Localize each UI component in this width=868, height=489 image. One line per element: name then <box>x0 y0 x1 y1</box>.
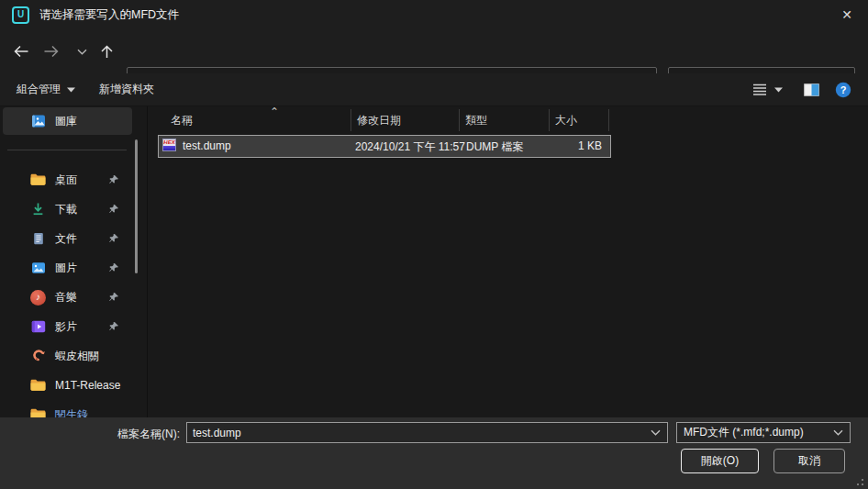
sidebar-item-label: 圖庫 <box>55 114 77 129</box>
column-label: 修改日期 <box>357 113 401 128</box>
column-header-size[interactable]: 大小 <box>555 108 577 132</box>
column-divider[interactable] <box>549 109 550 131</box>
resize-grip[interactable] <box>854 476 863 485</box>
sidebar-item-videos[interactable]: 影片 <box>3 314 132 339</box>
sidebar-item-label: 閱生錄 <box>55 407 88 418</box>
sidebar-item-music[interactable]: ♪ 音樂 <box>3 284 132 310</box>
music-note-glyph: ♪ <box>36 293 40 302</box>
forward-icon <box>44 45 60 58</box>
column-label: 類型 <box>465 113 487 128</box>
filename-input[interactable] <box>187 427 651 439</box>
sidebar-scrollbar[interactable] <box>135 139 138 273</box>
organize-label: 組合管理 <box>17 82 61 97</box>
file-date: 2024/10/21 下午 11:57 <box>355 139 465 155</box>
hex-icon-text: HEX <box>163 139 175 146</box>
view-list-icon <box>752 83 767 95</box>
filetype-value: MFD文件 (*.mfd;*.dump) <box>677 425 804 440</box>
shrimp-icon <box>30 349 46 364</box>
sidebar-item-clipped-folder[interactable]: 閱生錄 <box>3 402 132 417</box>
forward-button[interactable] <box>41 42 61 61</box>
app-icon: U <box>12 6 29 24</box>
pin-icon <box>108 204 119 215</box>
pin-icon <box>108 321 119 332</box>
help-button[interactable]: ? <box>835 73 851 106</box>
column-divider[interactable] <box>351 109 351 131</box>
sidebar-item-label: 蝦皮相關 <box>55 349 99 364</box>
sidebar-item-desktop[interactable]: 桌面 <box>3 167 132 193</box>
new-folder-label: 新增資料夾 <box>99 82 154 97</box>
folder-icon <box>30 172 46 188</box>
sidebar-item-label: 文件 <box>55 231 77 247</box>
titlebar: U 请选择需要写入的MFD文件 ✕ <box>0 0 868 29</box>
recent-locations-button[interactable] <box>72 42 92 61</box>
sort-ascending-icon: ⌃ <box>270 106 279 118</box>
column-header-date[interactable]: 修改日期 <box>357 108 401 132</box>
filetype-select[interactable]: MFD文件 (*.mfd;*.dump) <box>676 422 851 443</box>
back-button[interactable] <box>10 42 30 61</box>
file-open-dialog: U 请选择需要写入的MFD文件 ✕ › 桌面 › dump存放 <box>0 0 868 489</box>
main-area: 圖庫 桌面 下載 文件 <box>0 106 868 417</box>
download-icon <box>30 202 46 217</box>
file-list: ⌃ 名稱 修改日期 類型 大小 HEX test.dump 2024/10/21… <box>148 106 868 417</box>
video-icon <box>30 319 46 335</box>
sidebar-item-label: 影片 <box>55 319 77 335</box>
caret-down-icon <box>67 87 75 93</box>
sidebar-item-shopee[interactable]: 蝦皮相關 <box>3 343 132 369</box>
sidebar-item-downloads[interactable]: 下載 <box>3 196 132 222</box>
svg-text:?: ? <box>840 84 847 95</box>
column-header-name[interactable]: 名稱 <box>171 108 193 132</box>
caret-down-icon <box>774 87 783 93</box>
organize-menu[interactable]: 組合管理 <box>17 73 75 106</box>
document-icon <box>30 231 46 247</box>
up-arrow-icon <box>100 45 114 59</box>
open-button[interactable]: 開啟(O) <box>681 449 759 473</box>
pin-icon <box>108 233 119 244</box>
sidebar-item-label: 音樂 <box>55 290 77 306</box>
navigation-pane: 圖庫 桌面 下載 文件 <box>0 106 147 417</box>
folder-icon <box>30 407 46 418</box>
file-name: test.dump <box>183 139 231 152</box>
column-label: 名稱 <box>171 113 193 128</box>
pin-icon <box>108 174 119 185</box>
pin-icon <box>108 292 119 303</box>
gallery-icon <box>30 114 46 129</box>
preview-pane-icon <box>804 83 819 96</box>
close-icon[interactable]: ✕ <box>826 0 868 28</box>
folder-icon <box>30 378 46 394</box>
picture-icon <box>30 261 46 276</box>
chevron-down-icon <box>833 429 843 436</box>
file-size: 1 KB <box>578 139 602 152</box>
chevron-down-icon <box>77 49 87 55</box>
sidebar-item-documents[interactable]: 文件 <box>3 226 132 251</box>
sidebar-item-label: 桌面 <box>55 172 77 188</box>
file-row-selected[interactable]: HEX test.dump 2024/10/21 下午 11:57 DUMP 檔… <box>158 135 611 158</box>
file-type: DUMP 檔案 <box>466 139 523 155</box>
column-label: 大小 <box>555 113 577 128</box>
hex-file-icon: HEX <box>162 139 176 151</box>
dialog-footer: 檔案名稱(N): MFD文件 (*.mfd;*.dump) 開啟(O) 取消 <box>0 417 868 489</box>
view-mode-button[interactable] <box>752 73 783 106</box>
new-folder-button[interactable]: 新增資料夾 <box>99 73 154 106</box>
preview-pane-button[interactable] <box>804 73 819 106</box>
sidebar-item-label: M1T-Release <box>55 379 120 392</box>
sidebar-item-label: 下載 <box>55 202 77 217</box>
window-title: 请选择需要写入的MFD文件 <box>39 7 179 23</box>
column-divider[interactable] <box>459 109 460 131</box>
chevron-down-icon[interactable] <box>651 429 661 436</box>
up-button[interactable] <box>96 42 117 61</box>
sidebar-item-label: 圖片 <box>55 261 77 276</box>
sidebar-clipped-item-wrap: 閱生錄 <box>0 402 147 417</box>
navigation-bar: › 桌面 › dump存放 <box>0 29 868 73</box>
command-bar: 組合管理 新增資料夾 ? <box>0 73 868 106</box>
back-icon <box>13 45 28 58</box>
sidebar-item-m1t-release[interactable]: M1T-Release <box>3 372 132 398</box>
sidebar-item-pictures[interactable]: 圖片 <box>3 255 132 281</box>
cancel-button[interactable]: 取消 <box>773 449 845 473</box>
filename-combobox[interactable] <box>186 422 668 443</box>
pin-icon <box>108 262 119 273</box>
sidebar-item-gallery[interactable]: 圖庫 <box>3 107 132 135</box>
filename-label: 檔案名稱(N): <box>88 427 180 442</box>
music-icon: ♪ <box>30 290 46 306</box>
column-divider[interactable] <box>608 109 609 131</box>
column-header-type[interactable]: 類型 <box>465 108 487 132</box>
